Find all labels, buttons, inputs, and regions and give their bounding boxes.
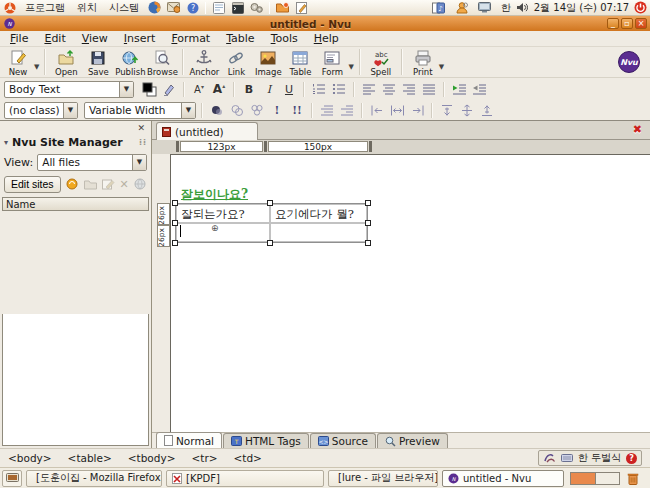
site-file-list[interactable] xyxy=(2,314,149,446)
file-manager-icon[interactable] xyxy=(212,1,225,14)
workspace-1[interactable] xyxy=(571,473,595,484)
tab-source[interactable]: <> Source xyxy=(310,433,376,448)
show-desktop-button[interactable] xyxy=(2,470,22,487)
ruler-col1-width[interactable]: 123px xyxy=(180,141,263,152)
numbered-list-button[interactable] xyxy=(310,81,328,98)
layer-button[interactable] xyxy=(208,102,226,119)
close-button[interactable]: × xyxy=(635,18,647,29)
print-button[interactable]: Print xyxy=(407,48,439,77)
indent-button[interactable] xyxy=(450,81,468,98)
browse-button[interactable]: Browse xyxy=(146,48,178,77)
absolute-position-left-button[interactable] xyxy=(368,102,386,119)
refresh-globe-icon[interactable] xyxy=(134,178,146,190)
ungroup-circles-button[interactable] xyxy=(248,102,266,119)
firefox-launcher-icon[interactable] xyxy=(148,1,161,14)
tab-preview[interactable]: Preview xyxy=(377,433,448,448)
workspace-switcher[interactable] xyxy=(570,472,620,485)
folder-launcher-icon[interactable] xyxy=(276,1,289,14)
table-cell-r1c1[interactable] xyxy=(270,223,367,242)
absolute-position-center-button[interactable] xyxy=(388,102,406,119)
row1-height-label[interactable]: 26px xyxy=(157,203,170,225)
taskbar-window-file-browser[interactable]: [lure - 파일 브라우저] xyxy=(328,470,438,487)
spell-button[interactable]: abc Spell xyxy=(365,48,397,77)
definition-list-button[interactable] xyxy=(318,102,336,119)
italic-button[interactable]: I xyxy=(260,81,278,98)
trash-icon[interactable] xyxy=(627,472,639,485)
taskbar-window-firefox[interactable]: [도훈이집 - Mozilla Firefox] xyxy=(26,470,162,487)
align-top-button[interactable] xyxy=(438,102,456,119)
align-justify-button[interactable] xyxy=(420,81,438,98)
resize-handle[interactable] xyxy=(365,220,371,226)
keyboard-mode-icon[interactable] xyxy=(561,454,573,462)
highlight-color-icon[interactable] xyxy=(160,81,178,98)
link-button[interactable]: Link xyxy=(220,48,252,77)
name-column-header[interactable]: Name xyxy=(2,197,149,211)
form-dropdown-caret[interactable]: ▼ xyxy=(348,63,353,71)
maximize-button[interactable]: ▫ xyxy=(621,18,633,29)
menu-tools[interactable]: Tools xyxy=(263,31,306,46)
increase-font-button[interactable]: A▴ xyxy=(210,81,228,98)
new-folder-icon[interactable] xyxy=(84,179,97,190)
applet-user-icon[interactable] xyxy=(455,1,468,14)
table-cell-r1c0[interactable] xyxy=(176,223,270,242)
rename-icon[interactable] xyxy=(102,179,115,190)
tab-html-tags[interactable]: T HTML Tags xyxy=(223,433,309,448)
absolute-position-right-button[interactable] xyxy=(408,102,426,119)
menu-insert[interactable]: Insert xyxy=(116,31,164,46)
system-monitor-icon[interactable] xyxy=(250,1,263,14)
group-circles-button[interactable] xyxy=(228,102,246,119)
resize-handle[interactable] xyxy=(172,200,178,206)
table-move-icon[interactable]: ⊕ xyxy=(211,223,219,233)
strong-emphasis-button[interactable]: !! xyxy=(288,102,306,119)
document-tab[interactable]: (untitled) xyxy=(156,122,258,140)
print-dropdown-caret[interactable]: ▼ xyxy=(439,63,444,71)
table-button[interactable]: Table xyxy=(284,48,316,77)
resize-handle[interactable] xyxy=(172,220,178,226)
font-select[interactable]: Variable Width ▼ xyxy=(84,102,196,119)
editing-canvas[interactable]: 26px 26px 잘보이나요? 잘되는가요? 요기에다가 뭘? ⊕ xyxy=(170,154,650,432)
align-center-button[interactable] xyxy=(380,81,398,98)
open-button[interactable]: Open xyxy=(50,48,82,77)
menu-programs[interactable]: 프로그램 xyxy=(22,1,68,15)
edit-sites-button[interactable]: Edit sites xyxy=(4,176,61,193)
remove-icon[interactable]: ✕ xyxy=(120,178,129,191)
tag-tr[interactable]: <tr> xyxy=(191,452,217,464)
applet-card-icon[interactable]: ♪ xyxy=(432,1,445,14)
css-class-select[interactable]: (no class) ▼ xyxy=(4,102,78,119)
new-dropdown-caret[interactable]: ▼ xyxy=(34,63,39,71)
align-right-button[interactable] xyxy=(400,81,418,98)
menu-file[interactable]: File xyxy=(2,31,36,46)
tag-td[interactable]: <td> xyxy=(234,452,262,464)
menu-view[interactable]: View xyxy=(74,31,116,46)
decrease-font-button[interactable]: A▾ xyxy=(190,81,208,98)
volume-icon[interactable] xyxy=(516,1,529,14)
minimize-button[interactable]: _ xyxy=(607,18,619,29)
taskbar-window-nvu[interactable]: N untitled - Nvu xyxy=(442,470,564,487)
menu-edit[interactable]: Edit xyxy=(36,31,73,46)
taskbar-window-kpdf[interactable]: [KPDF] xyxy=(166,470,324,487)
menu-table[interactable]: Table xyxy=(218,31,262,46)
collapse-triangle-icon[interactable]: ▾ xyxy=(4,138,8,147)
image-button[interactable]: Image xyxy=(252,48,284,77)
resize-handle[interactable] xyxy=(267,240,273,246)
applet-display-icon[interactable] xyxy=(478,1,491,14)
terminal-launcher-icon[interactable] xyxy=(231,1,244,14)
workspace-2[interactable] xyxy=(595,473,619,484)
resize-handle[interactable] xyxy=(267,200,273,206)
save-button[interactable]: Save xyxy=(82,48,114,77)
open-site-icon[interactable] xyxy=(66,178,79,190)
outdent-button[interactable] xyxy=(470,81,488,98)
definition-item-button[interactable] xyxy=(338,102,356,119)
publish-button[interactable]: Publish xyxy=(114,48,146,77)
document-heading-text[interactable]: 잘보이나요? xyxy=(181,186,248,203)
emphasis-button[interactable]: ! xyxy=(268,102,286,119)
scim-help-icon[interactable]: ? xyxy=(626,453,637,464)
scim-input-panel[interactable]: 한 두벌식 ? xyxy=(538,450,642,466)
help-launcher-icon[interactable]: ? xyxy=(186,1,199,14)
selected-table[interactable]: 잘되는가요? 요기에다가 뭘? xyxy=(175,203,368,243)
window-titlebar[interactable]: N untitled - Nvu _ ▫ × xyxy=(0,16,650,31)
tab-close-icon[interactable]: ✖ xyxy=(633,123,642,136)
menu-places[interactable]: 위치 xyxy=(74,1,100,15)
resize-handle[interactable] xyxy=(365,200,371,206)
anchor-button[interactable]: Anchor xyxy=(188,48,220,77)
